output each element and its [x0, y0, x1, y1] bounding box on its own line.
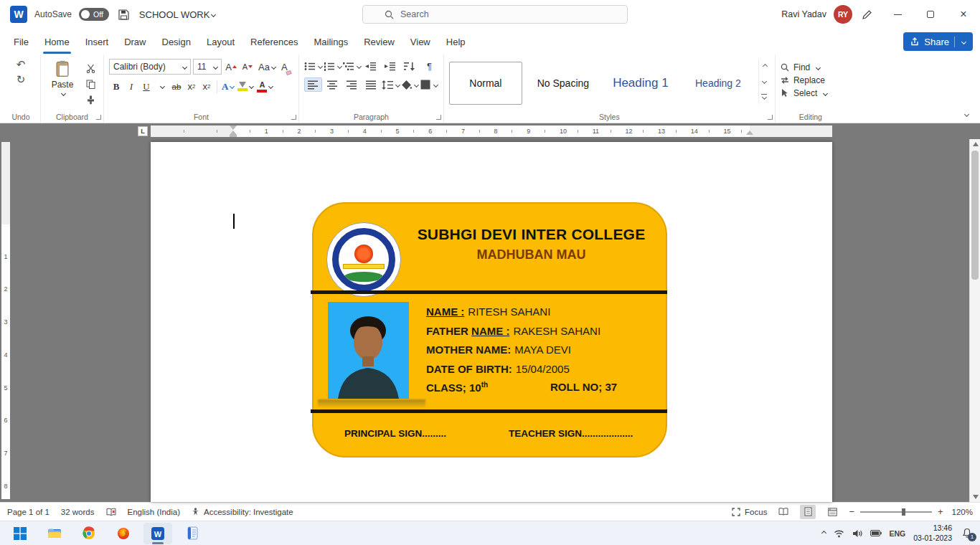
align-center-button[interactable]: [324, 77, 341, 92]
wifi-icon[interactable]: [834, 529, 844, 538]
proofing-button[interactable]: [106, 508, 116, 516]
close-button[interactable]: ×: [947, 0, 980, 29]
italic-button[interactable]: I: [124, 79, 138, 94]
battery-icon[interactable]: [870, 530, 882, 536]
superscript-button[interactable]: x2: [199, 79, 214, 94]
chrome-button[interactable]: [75, 523, 103, 544]
find-button[interactable]: Find: [781, 62, 841, 72]
format-painter-button[interactable]: [83, 93, 98, 106]
shading-button[interactable]: [401, 77, 419, 92]
font-dialog-launcher-icon[interactable]: [291, 115, 296, 120]
underline-options-button[interactable]: [154, 79, 169, 94]
first-line-indent-marker[interactable]: [230, 125, 237, 130]
word-app-icon[interactable]: W: [10, 6, 27, 23]
language-indicator[interactable]: English (India): [128, 508, 181, 516]
user-name[interactable]: Ravi Yadav: [781, 9, 826, 19]
shrink-font-button[interactable]: A: [240, 60, 255, 75]
font-size-select[interactable]: 11: [193, 59, 222, 75]
copy-button[interactable]: [83, 77, 98, 90]
search-box[interactable]: Search: [362, 5, 628, 24]
right-indent-marker[interactable]: [746, 131, 753, 135]
redo-icon[interactable]: ↻: [17, 74, 26, 85]
minimize-button[interactable]: [881, 0, 914, 29]
word-taskbar-button[interactable]: W: [143, 523, 172, 544]
document-page[interactable]: SUBHGI DEVI INTER COLLEGE MADHUBAN MAU N…: [151, 142, 832, 502]
underline-button[interactable]: U: [139, 79, 154, 94]
menu-tab-mailings[interactable]: Mailings: [306, 30, 357, 54]
menu-tab-view[interactable]: View: [402, 30, 438, 54]
menu-tab-references[interactable]: References: [242, 30, 306, 54]
page-indicator[interactable]: Page 1 of 1: [7, 508, 50, 516]
menu-tab-layout[interactable]: Layout: [199, 30, 242, 54]
undo-icon[interactable]: ↶: [17, 59, 26, 70]
vertical-scrollbar[interactable]: [969, 139, 980, 502]
styles-gallery-expand-button[interactable]: [759, 89, 770, 104]
clear-formatting-button[interactable]: A: [279, 60, 293, 75]
paragraph-dialog-launcher-icon[interactable]: [436, 115, 441, 120]
start-button[interactable]: [6, 523, 34, 544]
file-explorer-button[interactable]: [40, 523, 69, 544]
grow-font-button[interactable]: A: [224, 60, 238, 75]
menu-tab-review[interactable]: Review: [356, 30, 402, 54]
pen-icon[interactable]: [852, 0, 881, 29]
collapse-ribbon-button[interactable]: [963, 109, 969, 120]
clipboard-dialog-launcher-icon[interactable]: [96, 115, 101, 120]
maximize-button[interactable]: [914, 0, 947, 29]
save-icon[interactable]: [116, 6, 132, 22]
subscript-button[interactable]: x2: [184, 79, 199, 94]
zoom-level[interactable]: 120%: [952, 508, 973, 516]
bullets-button[interactable]: [304, 59, 322, 73]
accessibility-button[interactable]: Accessibility: Investigate: [192, 508, 293, 516]
firefox-button[interactable]: [109, 523, 138, 544]
change-case-button[interactable]: Aa: [257, 60, 277, 75]
notification-button[interactable]: 1: [960, 526, 974, 541]
paste-button[interactable]: Paste: [46, 59, 79, 106]
document-title[interactable]: SCHOOL WORK: [139, 9, 215, 20]
menu-tab-insert[interactable]: Insert: [77, 30, 117, 54]
menu-tab-home[interactable]: Home: [37, 30, 77, 54]
scrollbar-thumb[interactable]: [971, 151, 979, 280]
styles-dialog-launcher-icon[interactable]: [768, 115, 773, 120]
clock[interactable]: 13:46 03-01-2023: [913, 523, 952, 543]
zoom-out-button[interactable]: −: [849, 506, 854, 517]
strikethrough-button[interactable]: ab: [169, 79, 184, 94]
sort-button[interactable]: [401, 59, 419, 73]
replace-button[interactable]: Replace: [781, 75, 841, 85]
focus-button[interactable]: Focus: [732, 508, 767, 516]
align-left-button[interactable]: [304, 77, 322, 92]
scroll-up-icon[interactable]: [973, 142, 979, 146]
zoom-slider[interactable]: [860, 511, 932, 513]
print-layout-button[interactable]: [800, 505, 816, 519]
highlight-color-button[interactable]: [236, 79, 255, 94]
word-count[interactable]: 32 words: [61, 508, 95, 516]
menu-tab-file[interactable]: File: [6, 30, 37, 54]
numbering-button[interactable]: [324, 59, 341, 73]
menu-tab-help[interactable]: Help: [438, 30, 473, 54]
avatar[interactable]: RY: [834, 5, 852, 24]
tab-selector[interactable]: L: [138, 126, 148, 136]
autosave-toggle[interactable]: Off: [79, 8, 109, 21]
bold-button[interactable]: B: [109, 79, 123, 94]
increase-indent-button[interactable]: [382, 59, 400, 73]
notepad-button[interactable]: [178, 523, 207, 544]
style-heading-2[interactable]: Heading 2: [682, 62, 755, 105]
multilevel-list-button[interactable]: [343, 59, 361, 73]
share-button[interactable]: Share: [903, 32, 973, 51]
scroll-down-icon[interactable]: [973, 495, 979, 499]
text-effects-button[interactable]: A: [220, 79, 235, 94]
font-color-button[interactable]: A: [255, 79, 274, 94]
menu-tab-draw[interactable]: Draw: [116, 30, 154, 54]
font-name-select[interactable]: Calibri (Body): [109, 59, 191, 75]
styles-scroll-down-button[interactable]: [759, 74, 770, 89]
style-normal[interactable]: Normal: [449, 62, 522, 105]
zoom-slider-thumb[interactable]: [902, 508, 905, 516]
align-right-button[interactable]: [343, 77, 361, 92]
horizontal-ruler[interactable]: L 123456789101112131415: [0, 123, 980, 139]
justify-button[interactable]: [362, 77, 380, 92]
language-switcher[interactable]: ENG: [890, 529, 906, 538]
web-layout-button[interactable]: [824, 505, 840, 519]
volume-icon[interactable]: [852, 529, 862, 538]
zoom-in-button[interactable]: +: [938, 506, 943, 517]
line-spacing-button[interactable]: [382, 77, 400, 92]
tray-expand-chevron-icon[interactable]: [821, 531, 826, 536]
